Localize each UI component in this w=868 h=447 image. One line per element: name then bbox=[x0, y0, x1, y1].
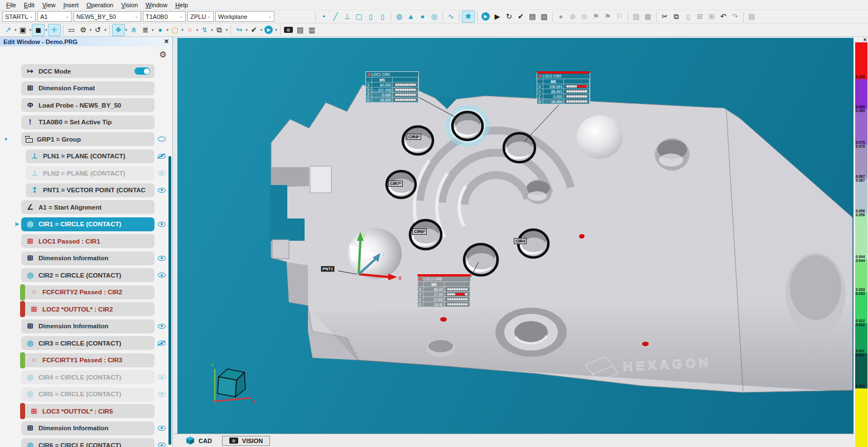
workplane-label-select-chevron-down-icon[interactable]: ⌄ bbox=[268, 14, 272, 19]
circle-feature-icon[interactable]: ▢ bbox=[353, 11, 365, 22]
verify-check-dropdown-caret[interactable]: ▾ bbox=[261, 28, 263, 32]
quick-align-dropdown-caret[interactable]: ▾ bbox=[211, 28, 213, 32]
program-select[interactable]: STARTUP⌄ bbox=[2, 11, 36, 22]
sphere-feature-icon[interactable]: ● bbox=[417, 11, 428, 22]
torus-feature-icon[interactable]: ◎ bbox=[428, 11, 440, 22]
command-dimension[interactable]: ⊞Dimension Information bbox=[21, 319, 155, 333]
menu-operation[interactable]: Operation bbox=[83, 1, 117, 9]
paste-special-icon[interactable]: ⊞ bbox=[694, 11, 706, 22]
command-load[interactable]: ΦLoad Probe - NEW5_BY_50 bbox=[21, 98, 155, 112]
command-dimension[interactable]: ⊞Dimension Information bbox=[21, 421, 155, 435]
round-slot-feature-icon[interactable]: ▯ bbox=[365, 11, 377, 22]
command-dcc[interactable]: ↦DCC Mode bbox=[21, 64, 155, 78]
command-loc3[interactable]: ⊞LOC3 *OUTTOL* : CIR5 bbox=[21, 404, 155, 418]
optimization-gears-icon[interactable]: ⚙ bbox=[78, 25, 89, 36]
probe-mode-dropdown-caret[interactable]: ▾ bbox=[15, 28, 17, 32]
command-cir5[interactable]: ◎CIR5 = CIRCLE (CONTACT) bbox=[21, 387, 155, 401]
comment-icon[interactable]: ▭ bbox=[66, 25, 78, 36]
eye-icon[interactable] bbox=[158, 392, 166, 397]
execute-program-icon[interactable]: ▶ bbox=[480, 11, 491, 22]
eye-icon[interactable] bbox=[158, 222, 166, 227]
cylinder-feature-icon[interactable]: ◍ bbox=[393, 11, 405, 22]
menu-edit[interactable]: Edit bbox=[20, 1, 38, 9]
report-template-icon[interactable]: ▦ bbox=[642, 11, 654, 22]
measurement-label-loc3[interactable]: ⊞LOC3 CIR5MSX80.00Y17.00Z0.000D16.40 bbox=[417, 274, 471, 308]
command-pln1[interactable]: ⊥PLN1 = PLANE (CONTACT) bbox=[26, 149, 155, 163]
line-feature-icon[interactable]: ╱ bbox=[330, 11, 341, 22]
pattern-icon[interactable]: ⊞ bbox=[706, 11, 717, 22]
feature-tag-cir4[interactable]: CIR4 bbox=[514, 238, 527, 244]
copy-icon[interactable]: ⧉ bbox=[671, 11, 682, 22]
curve-feature-icon[interactable]: ∿ bbox=[445, 11, 457, 22]
graph-pane-icon[interactable]: ▥ bbox=[306, 25, 318, 36]
rotate-view-dropdown-caret[interactable]: ▾ bbox=[104, 28, 107, 32]
eye-icon[interactable] bbox=[158, 273, 166, 278]
execute-mini-icon[interactable]: ▶ bbox=[263, 25, 274, 36]
tip-select-chevron-down-icon[interactable]: ⌄ bbox=[179, 14, 183, 19]
copy-window-dropdown-caret[interactable]: ▾ bbox=[226, 28, 228, 32]
cad-view-dropdown-caret[interactable]: ▾ bbox=[45, 28, 47, 32]
menu-help[interactable]: Help bbox=[171, 1, 192, 9]
eye-icon[interactable] bbox=[158, 171, 166, 176]
report-window-icon[interactable]: ▤ bbox=[630, 11, 642, 22]
workplane-select-chevron-down-icon[interactable]: ⌄ bbox=[207, 14, 211, 19]
snapshot-camera-icon[interactable] bbox=[283, 25, 295, 36]
gage-rectangle-icon[interactable]: ▢ bbox=[169, 25, 181, 36]
report-pane-icon[interactable]: ▤ bbox=[295, 25, 306, 36]
eye-icon[interactable] bbox=[158, 188, 166, 193]
feature-tag-cir6[interactable]: CIR6* bbox=[412, 229, 427, 235]
tree-collapse-icon[interactable]: ▾ bbox=[4, 136, 7, 142]
gage-rectangle-dropdown-caret[interactable]: ▾ bbox=[181, 28, 184, 32]
execute-mini-dropdown-caret[interactable]: ▾ bbox=[275, 28, 277, 32]
cone-feature-icon[interactable]: ▲ bbox=[405, 11, 417, 22]
command-cir2[interactable]: ◎CIR2 = CIRCLE (CONTACT) bbox=[21, 268, 155, 282]
eye-slash-icon[interactable] bbox=[158, 341, 166, 346]
feature-tag-pnt1[interactable]: PNT1 bbox=[321, 266, 335, 272]
command-a1[interactable]: ∠A1 = Start Alignment bbox=[21, 200, 155, 214]
close-icon[interactable]: ✕ bbox=[164, 38, 169, 45]
menu-view[interactable]: View bbox=[38, 1, 60, 9]
confirm-check-icon[interactable]: ✔ bbox=[515, 11, 527, 22]
rotate-view-icon[interactable]: ↺ bbox=[92, 25, 104, 36]
command-pnt1[interactable]: ↥PNT1 = VECTOR POINT (CONTAC bbox=[26, 183, 155, 197]
feature-list-dropdown-caret[interactable]: ▾ bbox=[152, 28, 154, 32]
break-point-icon[interactable]: ● bbox=[555, 11, 567, 22]
eye-icon[interactable] bbox=[158, 443, 166, 447]
tab-cad[interactable]: CAD bbox=[179, 435, 219, 447]
tip-select[interactable]: T1A0B0⌄ bbox=[143, 11, 186, 22]
print-icon[interactable]: ▤ bbox=[746, 11, 758, 22]
color-scale-close-icon[interactable]: ✕ bbox=[863, 37, 867, 42]
cad-viewport[interactable]: X Y Z Y X HEXAGON bbox=[177, 38, 853, 434]
command-fcfcirty2[interactable]: ○FCFCIRTY2 Passed : CIR2 bbox=[21, 285, 155, 299]
bookmark-add-icon[interactable]: ⚑ bbox=[602, 11, 614, 22]
probe-select[interactable]: NEW5_BY_50⌄ bbox=[74, 11, 141, 22]
alignment-select[interactable]: A1⌄ bbox=[37, 11, 72, 22]
probe-select-chevron-down-icon[interactable]: ⌄ bbox=[134, 14, 138, 19]
sphere-tool-dropdown-caret[interactable]: ▾ bbox=[167, 28, 169, 32]
gage-circle-icon[interactable]: ○ bbox=[184, 25, 196, 36]
program-select-chevron-down-icon[interactable]: ⌄ bbox=[29, 14, 33, 19]
redo-icon[interactable]: ↷ bbox=[729, 11, 741, 22]
menu-insert[interactable]: Insert bbox=[59, 1, 83, 9]
dcc-mode-toggle[interactable] bbox=[134, 67, 150, 75]
command-dimension[interactable]: ⊞Dimension Information bbox=[21, 251, 155, 265]
command-loc2[interactable]: ⊞LOC2 *OUTTOL* : CIR2 bbox=[21, 302, 155, 316]
probe-path-icon[interactable]: ↬ bbox=[233, 25, 245, 36]
eye-slash-icon[interactable] bbox=[158, 154, 166, 159]
command-cir4[interactable]: ◎CIR4 = CIRCLE (CONTACT) bbox=[21, 370, 155, 384]
eye-icon[interactable] bbox=[158, 324, 166, 329]
workplane-label-select[interactable]: Workplane⌄ bbox=[215, 11, 274, 22]
feature-list-icon[interactable]: ≣ bbox=[139, 25, 151, 36]
probe-mode-icon[interactable]: ↗ bbox=[2, 25, 14, 36]
translate-view-icon[interactable]: ❖ bbox=[112, 24, 125, 36]
eye-icon[interactable] bbox=[158, 256, 166, 261]
measurement-label-loc1[interactable]: ⊞LOC1 CIR1MSX80.000Y101.000Z0.000D16.400 bbox=[365, 71, 419, 103]
bookmark-clear-icon[interactable]: ⚐ bbox=[614, 11, 625, 22]
quick-align-icon[interactable]: ↯ bbox=[199, 25, 210, 36]
cad-view-icon[interactable]: ◼ bbox=[32, 24, 45, 36]
document-cancel-icon[interactable]: ▧ bbox=[538, 11, 550, 22]
execute-refresh-icon[interactable]: ↻ bbox=[503, 11, 515, 22]
pan-view-icon[interactable]: ✛ bbox=[48, 24, 61, 36]
command-cir3[interactable]: ◎CIR3 = CIRCLE (CONTACT) bbox=[21, 336, 155, 350]
command-pln2[interactable]: ⊥PLN2 = PLANE (CONTACT) bbox=[26, 166, 155, 180]
